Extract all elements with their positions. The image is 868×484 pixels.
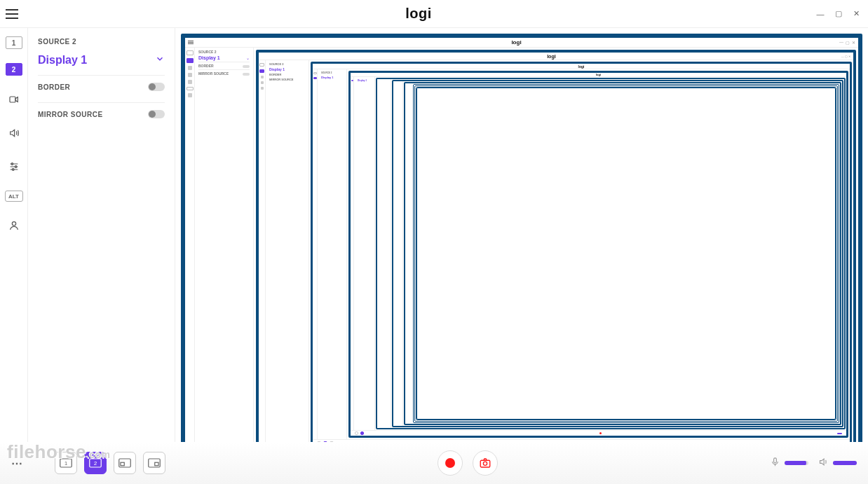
chevron-down-icon xyxy=(155,54,165,67)
camera-icon[interactable] xyxy=(4,90,24,109)
mirror-toggle[interactable] xyxy=(148,110,165,118)
svg-point-14 xyxy=(483,462,487,465)
svg-rect-15 xyxy=(774,458,777,463)
source-label: SOURCE 2 xyxy=(38,38,165,46)
titlebar: logi — ▢ ✕ xyxy=(0,0,868,28)
minimize-button[interactable]: — xyxy=(815,8,826,20)
sidebar-scene-1[interactable]: 1 xyxy=(6,36,22,49)
preview-capture: logi —▢✕ SOURCE 2 Display 1⌄ BORDER MIRR… xyxy=(181,34,862,478)
alt-badge[interactable]: ALT xyxy=(5,191,23,202)
mic-icon xyxy=(770,457,780,469)
scene-button-3[interactable] xyxy=(114,452,136,474)
recording-controls xyxy=(438,450,498,476)
record-icon xyxy=(445,458,455,468)
border-toggle[interactable] xyxy=(148,83,165,91)
settings-panel: SOURCE 2 Display 1 BORDER MIRROR SOURCE xyxy=(28,28,175,484)
mirror-option: MIRROR SOURCE xyxy=(38,102,165,125)
user-icon[interactable] xyxy=(4,216,24,235)
mirror-label: MIRROR SOURCE xyxy=(38,111,103,118)
speaker-icon xyxy=(818,457,829,469)
svg-rect-0 xyxy=(10,97,15,102)
audio-controls xyxy=(770,457,857,469)
source-selector[interactable]: Display 1 xyxy=(38,50,165,71)
maximize-button[interactable]: ▢ xyxy=(833,8,844,20)
speaker-control[interactable] xyxy=(818,457,857,469)
source-name: Display 1 xyxy=(38,54,87,67)
close-button[interactable]: ✕ xyxy=(851,8,862,20)
mic-slider[interactable] xyxy=(785,461,808,465)
border-label: BORDER xyxy=(38,83,70,91)
audio-icon[interactable] xyxy=(4,123,24,143)
svg-rect-10 xyxy=(121,462,124,466)
recursion-level: logi— ▢ ✕ SOURCE 2 Display 1 BORDER MIRR… xyxy=(256,50,856,461)
svg-point-4 xyxy=(12,222,15,226)
mic-control[interactable] xyxy=(770,457,808,469)
recursion-level: logi Display 1 xyxy=(348,71,848,438)
border-option: BORDER xyxy=(38,75,165,98)
screenshot-button[interactable] xyxy=(473,450,498,476)
sidebar-scene-2[interactable]: 2 xyxy=(6,63,22,76)
main: 1 2 ALT SOURCE 2 Display 1 BORDER MIR xyxy=(0,28,868,484)
record-button[interactable] xyxy=(438,450,463,476)
speaker-slider[interactable] xyxy=(833,461,857,465)
svg-rect-12 xyxy=(155,462,158,466)
preview-area: logi —▢✕ SOURCE 2 Display 1⌄ BORDER MIRR… xyxy=(175,28,868,484)
recursion-level: logi SOURCE 2Display 1 xyxy=(311,62,852,448)
watermark: filehorse.com xyxy=(7,441,111,463)
app-logo: logi xyxy=(405,6,432,22)
sliders-icon[interactable] xyxy=(4,157,24,177)
menu-icon[interactable] xyxy=(6,6,22,22)
bottom-bar: ⋯ 1 2 xyxy=(0,442,868,484)
left-rail: 1 2 ALT xyxy=(0,28,28,484)
recursion-level: logi —▢✕ SOURCE 2 Display 1⌄ BORDER MIRR… xyxy=(185,38,858,474)
scene-button-4[interactable] xyxy=(143,452,165,474)
window-controls: — ▢ ✕ xyxy=(815,8,862,20)
